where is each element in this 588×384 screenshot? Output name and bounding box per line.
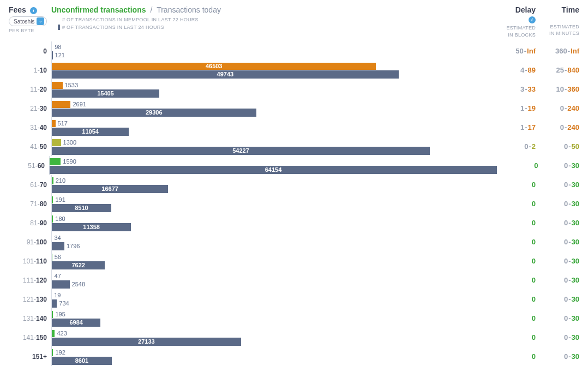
bar-area: 130054227: [51, 137, 492, 156]
time-value: 0-30: [536, 251, 579, 271]
bar-area: 567622: [51, 251, 492, 271]
mempool-bar-wrap: 180: [52, 215, 492, 223]
delay-value: 50-Inf: [492, 41, 536, 61]
delay-value: 0: [492, 328, 536, 347]
mempool-bar[interactable]: [52, 196, 53, 203]
delay-value: 0: [492, 271, 536, 290]
mempool-value: 56: [55, 254, 61, 260]
bar-area: 341796: [51, 232, 492, 251]
time-value: 0-30: [536, 175, 579, 194]
mempool-bar-wrap: 517: [52, 119, 492, 128]
legend-swatch-72h: [58, 17, 60, 23]
mempool-bar[interactable]: [52, 44, 52, 51]
tx24-bar[interactable]: 64154: [50, 166, 497, 174]
tx24-value: 64154: [265, 166, 282, 173]
legend-72h-text: # OF TRANSACTIONS IN MEMPOOL IN LAST 72 …: [62, 16, 199, 24]
tx24-bar[interactable]: [52, 51, 53, 59]
mempool-value: 191: [55, 196, 65, 203]
tx24-bar[interactable]: 11358: [52, 223, 131, 231]
fee-row: 101-11056762200-30: [9, 251, 579, 271]
mempool-bar[interactable]: [52, 215, 53, 223]
tx24-bar[interactable]: 6984: [52, 319, 100, 327]
time-value: 0-30: [538, 156, 579, 175]
mempool-bar[interactable]: [52, 273, 52, 280]
mempool-bar-wrap: 210: [52, 177, 492, 185]
fee-range-label: 21-30: [9, 99, 51, 118]
tx24-bar[interactable]: 29306: [52, 109, 256, 117]
delay-value: 3-33: [492, 80, 536, 99]
legend-swatch-24h: [58, 25, 60, 30]
delay-value: 0: [492, 194, 536, 213]
tx24-bar-wrap: 64154: [50, 166, 497, 174]
tx24-bar[interactable]: 49743: [52, 70, 399, 79]
tx24-bar-wrap: 11358: [52, 223, 492, 231]
mempool-value: 2691: [73, 101, 86, 107]
tx24-bar[interactable]: 27133: [52, 338, 241, 346]
fee-row: 131-140195698400-30: [9, 309, 579, 328]
tx24-bar[interactable]: 8601: [52, 357, 112, 365]
delay-sub2: IN BLOCKS: [508, 32, 536, 38]
chevron-down-icon: ⌄: [37, 17, 44, 25]
tx24-bar[interactable]: 7622: [52, 261, 105, 269]
per-byte-label: PER BYTE: [9, 28, 51, 33]
unit-value: Satoshis: [14, 19, 34, 25]
tx24-bar[interactable]: 15405: [52, 89, 159, 98]
tx24-bar[interactable]: [52, 299, 57, 308]
tab-today[interactable]: Transactions today: [157, 5, 221, 14]
time-value: 0-30: [536, 194, 579, 213]
fee-row: 11-201533154053-3310-360: [9, 80, 579, 99]
mempool-bar[interactable]: [52, 139, 61, 146]
fee-row: 71-80191851000-30: [9, 194, 579, 213]
mempool-bar[interactable]: [52, 120, 56, 127]
mempool-bar[interactable]: [52, 254, 52, 261]
fee-range-label: 41-50: [9, 137, 51, 156]
time-heading: Time: [536, 5, 579, 14]
tab-unconfirmed[interactable]: Unconfirmed transactions: [51, 5, 146, 14]
fee-range-label: 31-40: [9, 118, 51, 137]
mempool-bar-wrap: 2691: [52, 100, 492, 109]
tx24-bar[interactable]: [52, 280, 70, 289]
mempool-value: 98: [55, 44, 61, 50]
tx24-bar[interactable]: [52, 242, 64, 250]
tx24-value: 11358: [83, 224, 100, 230]
tx24-bar-wrap: 8601: [52, 357, 492, 365]
mempool-bar[interactable]: [52, 330, 55, 337]
tx24-bar-wrap: 121: [52, 51, 492, 59]
tx24-bar-wrap: 16677: [52, 185, 492, 193]
info-icon[interactable]: i: [529, 16, 536, 23]
mempool-bar[interactable]: [52, 311, 53, 318]
tabs: Unconfirmed transactions / Transactions …: [51, 5, 492, 14]
time-label: Time: [562, 5, 579, 14]
tx24-value: 6984: [69, 319, 82, 326]
tx24-bar-wrap: 734: [52, 299, 492, 308]
tx24-value: 734: [59, 300, 69, 307]
mempool-bar[interactable]: [52, 101, 70, 108]
mempool-bar[interactable]: [52, 349, 53, 356]
mempool-bar-wrap: 34: [52, 234, 492, 242]
tx24-bar[interactable]: 11054: [52, 128, 129, 136]
delay-value: 0: [492, 347, 536, 366]
delay-subheading: i ESTIMATED IN BLOCKS: [492, 16, 536, 38]
tx24-bar[interactable]: 8510: [52, 204, 111, 212]
mempool-value: 423: [57, 330, 67, 337]
mempool-bar-wrap: 191: [52, 196, 492, 204]
mempool-value: 1590: [63, 158, 76, 165]
tx24-bar[interactable]: 16677: [52, 185, 168, 193]
info-icon[interactable]: i: [30, 7, 37, 14]
time-subheading: ESTIMATED IN MINUTES: [536, 16, 579, 37]
mempool-value: 517: [58, 120, 68, 127]
delay-sub1: ESTIMATED: [506, 25, 536, 31]
mempool-bar-wrap: 1300: [52, 139, 492, 147]
mempool-bar[interactable]: 46503: [52, 63, 376, 70]
delay-value: 0: [492, 309, 536, 328]
mempool-bar[interactable]: [52, 82, 63, 89]
time-value: 0-30: [536, 347, 579, 366]
mempool-bar[interactable]: [50, 158, 61, 165]
unit-select[interactable]: Satoshis ⌄: [9, 16, 47, 26]
fee-row: 61-702101667700-30: [9, 175, 579, 194]
tx24-bar[interactable]: 54227: [52, 147, 430, 155]
mempool-value: 195: [55, 311, 65, 317]
bar-area: 18011358: [51, 213, 492, 232]
mempool-bar[interactable]: [52, 177, 53, 184]
delay-value: 4-89: [492, 61, 536, 80]
